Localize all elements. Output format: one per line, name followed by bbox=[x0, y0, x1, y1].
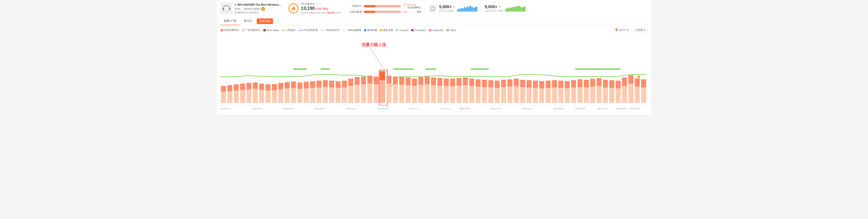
svg-rect-82 bbox=[437, 86, 442, 103]
legend-title-change[interactable]: 修改标题 bbox=[364, 28, 377, 32]
parent-orders-link[interactable]: ↗ bbox=[498, 5, 501, 8]
mini-bar bbox=[514, 7, 515, 11]
svg-rect-98 bbox=[488, 88, 493, 103]
self-orders-link[interactable]: ↗ bbox=[453, 5, 455, 8]
mini-bar bbox=[465, 8, 466, 11]
heart-icon: ♥ bbox=[235, 3, 237, 7]
legend-bestseller[interactable]: Best Seller bbox=[263, 29, 279, 32]
svg-rect-19 bbox=[234, 84, 239, 90]
svg-rect-74 bbox=[412, 86, 417, 103]
legend-natural[interactable]: 自然流量得分 bbox=[220, 28, 239, 32]
svg-rect-128 bbox=[584, 88, 589, 103]
svg-rect-105 bbox=[507, 79, 513, 87]
svg-rect-145 bbox=[635, 79, 640, 87]
svg-rect-75 bbox=[412, 79, 417, 86]
legend-promotion[interactable]: Promotion bbox=[411, 29, 426, 32]
svg-rect-113 bbox=[533, 81, 538, 88]
svg-rect-38 bbox=[298, 89, 302, 103]
legend-image-change-icon bbox=[380, 29, 382, 31]
svg-rect-140 bbox=[622, 86, 627, 103]
svg-rect-99 bbox=[488, 80, 493, 88]
svg-rect-107 bbox=[514, 79, 519, 86]
svg-rect-83 bbox=[437, 78, 442, 86]
link-icon[interactable]: ↗ bbox=[319, 2, 321, 5]
svg-rect-126 bbox=[578, 87, 583, 103]
svg-rect-123 bbox=[565, 81, 570, 88]
svg-rect-29 bbox=[266, 84, 271, 90]
score-icon: 🔥 bbox=[291, 6, 296, 11]
calendar-icon: 📅 bbox=[615, 29, 618, 32]
svg-rect-115 bbox=[539, 81, 544, 88]
svg-rect-120 bbox=[558, 88, 563, 103]
svg-text:2024-06-21: 2024-06-21 bbox=[283, 107, 294, 110]
legend-title-change-icon bbox=[364, 29, 366, 31]
flow-kw-bar-pink bbox=[375, 11, 401, 13]
legend-prime-price[interactable]: Prime价格($) bbox=[298, 28, 318, 32]
legend-row: 自然流量得分 广告流量得分 Best Seller 价格($) Prime价格(… bbox=[220, 28, 456, 32]
parent-orders-info: 9,000+ ↗ 父体近30天订单量 bbox=[485, 4, 503, 12]
svg-rect-73 bbox=[406, 77, 411, 85]
divider-2 bbox=[344, 3, 345, 14]
product-details: ♥ WH-1000XM5 The Best Wireless... ASIN： … bbox=[235, 3, 281, 14]
svg-rect-132 bbox=[596, 86, 601, 103]
legend-ratings-count[interactable]: Ratings数量 bbox=[342, 28, 361, 32]
mini-bar bbox=[509, 7, 510, 11]
svg-rect-48 bbox=[329, 88, 334, 103]
svg-rect-47 bbox=[323, 80, 328, 87]
svg-rect-114 bbox=[539, 88, 544, 103]
mini-bar bbox=[507, 8, 508, 11]
chevron-down-icon: ▾ bbox=[644, 29, 645, 32]
tab-display[interactable]: 展示位 bbox=[241, 17, 256, 25]
mini-bar bbox=[518, 6, 519, 11]
legend-other-icon bbox=[446, 29, 449, 31]
trend-btn[interactable]: 日趋势 ▾ bbox=[633, 27, 648, 33]
svg-rect-66 bbox=[386, 84, 392, 103]
svg-rect-80 bbox=[431, 85, 436, 103]
mini-bar bbox=[475, 7, 476, 11]
svg-rect-139 bbox=[616, 81, 621, 88]
legend-coupon-icon bbox=[396, 29, 399, 31]
svg-rect-52 bbox=[342, 88, 347, 103]
legend-ratings-score[interactable]: Ratings评分 bbox=[321, 28, 340, 32]
svg-rect-86 bbox=[450, 86, 455, 103]
svg-rect-45 bbox=[316, 81, 321, 88]
product-price: $ 398.00 4.4 (14,927) bbox=[235, 11, 281, 14]
chart-controls: 自然流量得分 广告流量得分 Best Seller 价格($) Prime价格(… bbox=[217, 26, 651, 35]
svg-rect-14 bbox=[221, 92, 226, 103]
svg-rect-141 bbox=[622, 77, 627, 86]
mini-bar bbox=[519, 6, 520, 11]
tab-natural-ad[interactable]: 自然-广告 bbox=[220, 17, 240, 25]
mini-bar bbox=[520, 7, 521, 11]
svg-rect-37 bbox=[291, 82, 296, 88]
orders-icon: 📋 bbox=[429, 4, 437, 12]
legend-price-icon bbox=[282, 30, 286, 30]
svg-rect-90 bbox=[463, 85, 468, 103]
svg-rect-143 bbox=[628, 75, 633, 84]
svg-text:2024-07-06: 2024-07-06 bbox=[377, 107, 388, 110]
chart-svg-wrap: 流量大幅上涨 bbox=[220, 35, 648, 113]
legend-coupon[interactable]: Coupon bbox=[396, 29, 408, 32]
mini-bar bbox=[467, 6, 468, 11]
flow-orange-val: 4,075(31%) 9,115(69%) bbox=[403, 3, 421, 9]
svg-rect-33 bbox=[278, 83, 283, 89]
legend-subscribe[interactable]: Subscribe bbox=[429, 29, 443, 32]
svg-rect-15 bbox=[221, 86, 226, 92]
legend-ad[interactable]: 广告流量得分 bbox=[242, 28, 260, 32]
legend-other[interactable]: Other bbox=[446, 29, 456, 32]
svg-rect-11 bbox=[471, 68, 489, 70]
mini-bar bbox=[469, 6, 470, 11]
svg-rect-57 bbox=[355, 77, 360, 85]
svg-rect-103 bbox=[501, 80, 506, 87]
legend-price[interactable]: 价格($) bbox=[282, 28, 295, 32]
calendar-icon-btn[interactable]: 📅 近3个月 bbox=[613, 27, 631, 33]
mini-bar bbox=[460, 9, 461, 11]
product-info: ♥ WH-1000XM5 The Best Wireless... ASIN： … bbox=[220, 2, 281, 14]
info-icon[interactable]: ⓘ bbox=[315, 2, 318, 6]
score-info: 7天流量得分 ⓘ ↗ 13,190 (+24.74%) 此ASIN流量综合得分超… bbox=[301, 2, 341, 14]
svg-rect-129 bbox=[584, 80, 589, 88]
svg-rect-147 bbox=[641, 79, 646, 88]
svg-rect-70 bbox=[399, 85, 404, 103]
legend-image-change[interactable]: 修改主图 bbox=[380, 28, 393, 32]
svg-rect-111 bbox=[527, 80, 531, 88]
tab-diagnose[interactable]: 诊断流量 bbox=[257, 19, 273, 24]
